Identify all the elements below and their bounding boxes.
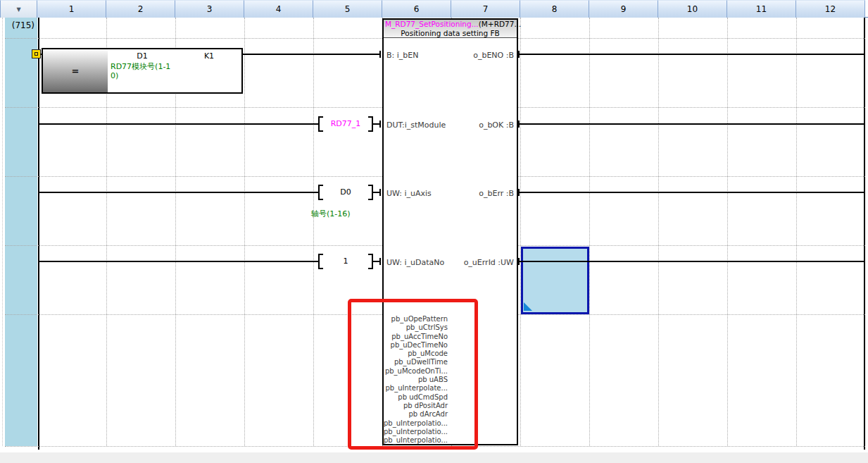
grid-column-line [589, 18, 590, 446]
grid-column-line [520, 18, 521, 446]
column-header-4: 4 [244, 0, 313, 18]
grid-column-line [658, 18, 659, 446]
bracket-left-icon [318, 254, 323, 269]
left-power-rail [38, 18, 39, 450]
connection-marker-icon [32, 49, 41, 58]
fb-output-pin-label: o_bENO :B [473, 51, 514, 60]
compare-instruction-block[interactable]: = D1 K1 RD77模块号(1-10) [42, 48, 243, 94]
fb-input-pin-label: UW: i_uAxis [386, 189, 432, 198]
rung-wire [518, 54, 864, 55]
operand-cell-datano[interactable]: 1 [318, 254, 373, 269]
compare-operand1[interactable]: D1 [108, 51, 177, 61]
column-header-10: 10 [658, 0, 727, 18]
fb-input-pin-label: UW: i_uDataNo [386, 258, 444, 267]
operand-value[interactable]: 1 [323, 254, 368, 269]
pin-tick [379, 51, 381, 58]
grid-column-line [244, 18, 245, 446]
header-corner-dropdown[interactable]: ▼ [0, 0, 37, 18]
pin-tick [379, 189, 381, 196]
rung-wire [243, 54, 380, 55]
rung-wire [39, 192, 318, 193]
step-number: (715) [5, 20, 36, 30]
cursor-corner-triangle-icon [524, 302, 532, 311]
pin-tick [518, 121, 520, 128]
function-block-header: M_RD77_SetPositioning... (M+RD77... Posi… [384, 20, 517, 38]
column-header: ▼ 1 2 3 4 5 6 7 8 9 10 11 12 [0, 0, 868, 18]
operand-cell-module[interactable]: RD77_1 [318, 116, 373, 132]
rung-wire [39, 261, 318, 262]
column-header-1: 1 [37, 0, 106, 18]
operand-value[interactable]: D0 [323, 185, 368, 200]
compare-operator-cell[interactable]: = [43, 49, 108, 92]
column-header-7: 7 [451, 0, 520, 18]
column-header-3: 3 [175, 0, 244, 18]
operand1-comment: RD77模块号(1-10) [111, 62, 174, 80]
rung-wire [39, 123, 318, 125]
pin-tick [518, 258, 520, 265]
right-power-rail [864, 18, 865, 450]
column-header-8: 8 [520, 0, 589, 18]
compare-operand2[interactable]: K1 [177, 51, 241, 61]
axis-comment: 轴号(1-16) [311, 209, 351, 219]
ladder-editor: ▼ 1 2 3 4 5 6 7 8 9 10 11 12 (715) = D1 … [0, 0, 868, 463]
fb-output-pin-label: o_bOK :B [479, 121, 514, 130]
column-header-5: 5 [313, 0, 382, 18]
rung-wire [518, 261, 864, 262]
pin-tick [518, 51, 520, 58]
fb-output-pin-label: o_bErr :B [479, 189, 514, 198]
editor-bottom-margin [0, 452, 868, 463]
rung-wire [518, 192, 864, 193]
fb-subtitle: Positioning data setting FB [384, 29, 517, 38]
grid-column-line [796, 18, 797, 446]
operand-value[interactable]: RD77_1 [323, 116, 368, 132]
column-header-12: 12 [796, 0, 865, 18]
grid-column-line [313, 18, 314, 446]
column-header-2: 2 [106, 0, 175, 18]
fb-input-pin-label: DUT:i_stModule [386, 121, 446, 130]
bracket-left-icon [318, 185, 323, 200]
rung-wire [518, 123, 864, 125]
left-margin-gridline [2, 18, 3, 446]
chevron-down-icon: ▼ [16, 6, 20, 13]
pin-tick [379, 258, 381, 265]
operand-cell-axis[interactable]: D0 [318, 185, 373, 200]
column-header-6: 6 [382, 0, 451, 18]
rung-gutter [5, 18, 37, 446]
fb-input-pin-label: B: i_bEN [386, 51, 418, 60]
column-header-9: 9 [589, 0, 658, 18]
fb-output-pin-label: o_uErrId :UW [464, 258, 514, 267]
grid-column-line [727, 18, 728, 446]
pin-tick [379, 121, 381, 128]
fb-type-name: (M+RD77... [479, 20, 522, 29]
column-header-11: 11 [727, 0, 796, 18]
bracket-left-icon [318, 116, 323, 132]
fb-instance-name: M_RD77_SetPositioning... [385, 20, 479, 29]
pin-tick [518, 189, 520, 196]
annotation-red-rectangle [348, 299, 478, 450]
